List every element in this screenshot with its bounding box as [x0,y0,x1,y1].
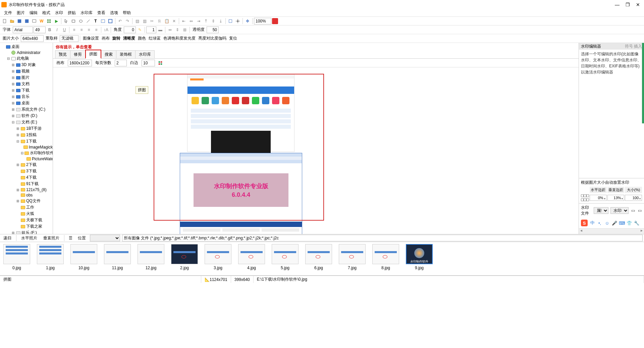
tree-item-7[interactable]: ⊞音乐 [0,94,53,100]
vertical-text-icon[interactable]: ↕A [103,26,109,33]
symbol-link[interactable]: 符号 [625,44,633,49]
save2-icon[interactable] [23,18,30,24]
tree-item-2[interactable]: ⊞3D 对象 [0,62,53,68]
canvas-size-input[interactable] [68,60,92,66]
tab-3[interactable]: 搜索 [101,50,116,58]
fill-icon[interactable]: ▬ [157,26,164,33]
tab-0[interactable]: 预览 [55,50,70,58]
center-icon[interactable] [234,18,241,24]
ime-emoji-icon[interactable]: ☺ [604,220,610,226]
selection-frame[interactable] [154,74,324,221]
thumb-2[interactable]: 10.jpg [70,244,97,270]
menu-9[interactable]: 帮助 [121,9,133,16]
tree-item-26[interactable]: 火狐 [0,211,53,217]
tree-item-29[interactable]: ⊞娱乐 (F:) [0,230,53,234]
bold-icon[interactable]: B [46,26,53,33]
align-left-text-icon[interactable]: ≡ [71,26,77,33]
tb3-btn-6[interactable]: 色调饱和度发光度 [162,36,197,41]
thumb-12[interactable]: 水印制作软件9.jpg [406,244,433,270]
sogou-ime-icon[interactable]: S [581,220,588,226]
tree-item-13[interactable]: ⊞1投稿 [0,132,53,138]
tree-item-5[interactable]: ⊞文档 [0,81,53,87]
delete-icon[interactable]: ✕ [171,18,177,24]
ime-punct-icon[interactable]: •, [597,220,602,226]
align-b-icon[interactable]: ⤓ [217,18,224,24]
thumb-10[interactable]: 7.jpg [339,244,366,270]
align-r-icon[interactable]: ⇥ [195,18,202,24]
tile-icon[interactable]: ⊞ [181,26,188,33]
menu-1[interactable]: 图片 [15,9,27,16]
tree-item-18[interactable]: ⊞2下载 [0,162,53,168]
tab-2[interactable]: 拼图 [85,50,101,59]
rpanel-hscroll[interactable] [579,228,644,234]
tab-4[interactable]: 装饰框 [116,50,136,58]
rpanel-scrollbar[interactable] [642,43,644,123]
brush-icon[interactable]: ✎ [137,26,143,33]
folder-tree[interactable]: 桌面 Administrator⊟此电脑⊞3D 对象⊞视频⊞图片⊞文档⊞下载⊞音… [0,43,53,234]
undo-icon[interactable]: ↶ [117,18,123,24]
run-icon[interactable]: ▶ [53,18,60,24]
tree-item-15[interactable]: ImageMagick [0,144,53,150]
ime-skin-icon[interactable]: 👕 [627,220,632,226]
fit-h-icon[interactable]: ⇕ [174,26,181,33]
thumb-4[interactable]: 12.jpg [138,244,164,270]
tb3-btn-3[interactable]: 清晰度 [122,36,137,41]
perpage-input[interactable] [115,60,127,66]
tree-item-8[interactable]: ⊞桌面 [0,100,53,106]
tb3-btn-0[interactable]: 图像设置 [82,36,100,41]
thumb-7[interactable]: 4.jpg [238,244,265,270]
new-icon[interactable] [1,18,8,24]
ime-lang-button[interactable]: 中 [590,220,595,226]
tree-item-23[interactable]: obs [0,192,53,198]
tab-5[interactable]: 水印库 [135,50,155,58]
tb3-btn-4[interactable]: 颜色 [137,36,147,41]
attr-select[interactable]: 属性 [594,207,608,214]
opacity-input[interactable] [207,26,219,33]
minimize-button[interactable]: — [615,2,620,7]
thumb-9[interactable]: 6.jpg [305,244,332,270]
tab-1[interactable]: 修剪 [70,50,86,58]
save-icon[interactable] [16,18,23,24]
font-name-input[interactable] [13,26,33,33]
grid-layout-icon[interactable] [157,60,164,66]
cut-icon[interactable]: ✂ [149,18,155,24]
tb3-btn-5[interactable]: 红绿蓝 [147,36,162,41]
tree-item-14[interactable]: ⊟1下载 [0,138,53,144]
text-icon[interactable]: T [92,18,99,24]
align-l-icon[interactable]: ⇤ [180,18,187,24]
horizontal-photos-toggle[interactable]: 水平照片 [19,235,39,242]
ime-mic-icon[interactable]: 🎤 [612,220,617,226]
angle-input[interactable] [124,26,136,33]
thumbnail-strip[interactable]: 0.jpg1.jpg10.jpg11.jpg12.jpg2.jpg3.jpg4.… [0,242,644,276]
thumb-5[interactable]: 2.jpg [171,244,198,270]
menu-2[interactable]: 编辑 [28,9,40,16]
menu-0[interactable]: 文件 [2,9,14,16]
pointer-icon[interactable] [63,18,69,24]
redo-icon[interactable]: ↷ [124,18,131,24]
justify-icon[interactable]: ≡ [93,26,100,33]
ime-tool-icon[interactable]: 🔧 [634,220,639,226]
tb3-btn-2[interactable]: 旋转 [111,36,122,41]
ime-keyboard-icon[interactable]: ⌨ [619,220,625,226]
copy-icon[interactable]: ⎘ [156,18,163,24]
tree-item-24[interactable]: ⊞QQ文件 [0,198,53,204]
line-icon[interactable] [85,18,92,24]
tree-item-6[interactable]: ⊞下载 [0,87,53,94]
thumb-11[interactable]: 8.jpg [372,244,399,270]
align-center-text-icon[interactable]: ≡ [78,26,85,33]
tree-item-16[interactable]: ⊟水印制作软件 [0,150,53,156]
move-icon[interactable]: ✥ [244,18,251,24]
menu-3[interactable]: 格式 [40,9,52,16]
menu-8[interactable]: 选项 [108,9,120,16]
imgsize-input[interactable] [21,35,44,42]
filetypes-input[interactable] [122,235,643,241]
paste-icon[interactable]: 📋 [163,18,170,24]
tree-item-3[interactable]: ⊞视频 [0,68,53,74]
tree-item-25[interactable]: 工作 [0,204,53,211]
italic-icon[interactable]: I [54,26,60,33]
tree-item-4[interactable]: ⊞图片 [0,74,53,81]
fit-w-icon[interactable]: ⇔ [167,26,173,33]
toback-icon[interactable]: ▥ [141,18,148,24]
tree-item-28[interactable]: 下载之家 [0,223,53,230]
image-icon[interactable] [100,18,106,24]
